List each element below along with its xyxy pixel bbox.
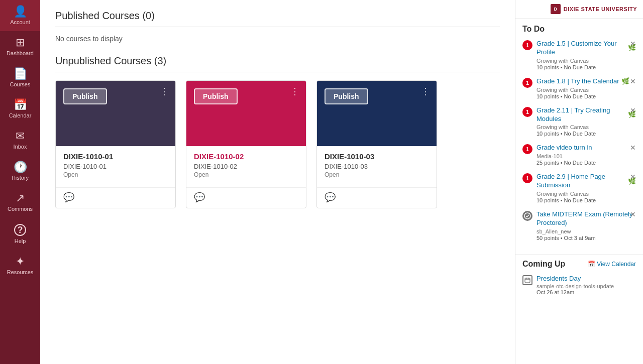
course-card-header-1: Publish ⋮	[56, 81, 175, 146]
course-status-2: Open	[194, 171, 298, 178]
card-menu-button-3[interactable]: ⋮	[421, 87, 431, 96]
sidebar-item-resources[interactable]: ✦ Resources	[0, 250, 40, 281]
event-meta-1: sample-otc-design-tools-update	[537, 283, 614, 289]
university-header: D DIXIE STATE UNIVERSITY	[515, 0, 643, 19]
todo-title-5[interactable]: Grade 2.9 | Home Page Submission 🌿	[537, 173, 636, 190]
courses-icon: 📄	[14, 68, 27, 79]
event-title-1[interactable]: Presidents Day	[537, 275, 614, 282]
svg-rect-1	[525, 278, 530, 283]
todo-item-4: 1 Grade video turn in Media-101 25 point…	[522, 144, 636, 166]
calendar-small-icon: 📅	[588, 261, 595, 268]
todo-content-5: Grade 2.9 | Home Page Submission 🌿 Growi…	[537, 173, 636, 203]
exam-icon	[524, 212, 531, 219]
sidebar-item-label: Courses	[10, 81, 31, 87]
todo-close-2[interactable]: ✕	[630, 77, 636, 85]
unpublished-courses-title: Unpublished Courses (3)	[55, 55, 500, 72]
main-content: Published Courses (0) No courses to disp…	[40, 0, 515, 364]
view-calendar-link[interactable]: 📅 View Calendar	[588, 261, 636, 268]
todo-badge-3: 1	[522, 107, 532, 117]
event-content-1: Presidents Day sample-otc-design-tools-u…	[537, 275, 614, 295]
course-card-body-3: DIXIE-1010-03 DIXIE-1010-03 Open	[317, 146, 437, 187]
todo-meta-2: Growing with Canvas	[537, 87, 636, 93]
todo-content-3: Grade 2.11 | Try Creating Modules 🌿 Grow…	[537, 106, 636, 137]
course-card-header-2: Publish ⋮	[186, 81, 306, 146]
course-card-header-3: Publish ⋮	[317, 81, 437, 146]
todo-title-2[interactable]: Grade 1.8 | Try the Calendar 🌿	[537, 77, 636, 86]
todo-title-6[interactable]: Take MIDTERM Exam (Remotely Proctored)	[537, 210, 636, 227]
todo-meta-3: Growing with Canvas	[537, 124, 636, 130]
todo-item-1: 1 Grade 1.5 | Customize Your Profile 🌿 G…	[522, 40, 636, 70]
sidebar: 👤 Account ⊞ Dashboard 📄 Courses 📅 Calend…	[0, 0, 40, 364]
sidebar-item-account[interactable]: 👤 Account	[0, 0, 40, 31]
course-name-2: DIXIE-1010-02	[194, 152, 298, 161]
todo-close-5[interactable]: ✕	[630, 173, 636, 181]
card-menu-button-2[interactable]: ⋮	[290, 87, 300, 96]
todo-content-4: Grade video turn in Media-101 25 points …	[537, 144, 636, 166]
course-name-3: DIXIE-1010-03	[325, 152, 429, 161]
commons-icon: ↗	[16, 193, 25, 204]
course-card-footer-2: 💬	[186, 187, 306, 208]
sidebar-item-dashboard[interactable]: ⊞ Dashboard	[0, 31, 40, 62]
courses-grid: Publish ⋮ DIXIE-1010-01 DIXIE-1010-01 Op…	[55, 80, 500, 208]
todo-heading: To Do	[522, 25, 636, 34]
todo-close-3[interactable]: ✕	[630, 106, 636, 114]
publish-button-2[interactable]: Publish	[194, 88, 238, 104]
dashboard-icon: ⊞	[16, 37, 25, 48]
todo-close-4[interactable]: ✕	[630, 144, 636, 152]
todo-title-3[interactable]: Grade 2.11 | Try Creating Modules 🌿	[537, 106, 636, 124]
todo-badge-6	[522, 211, 532, 221]
chat-icon-2: 💬	[194, 192, 205, 202]
todo-content-1: Grade 1.5 | Customize Your Profile 🌿 Gro…	[537, 40, 636, 70]
account-icon: 👤	[14, 6, 27, 17]
course-card-footer-1: 💬	[56, 187, 175, 208]
todo-item-5: 1 Grade 2.9 | Home Page Submission 🌿 Gro…	[522, 173, 636, 203]
todo-content-6: Take MIDTERM Exam (Remotely Proctored) s…	[537, 210, 636, 241]
todo-badge-5: 1	[522, 173, 532, 183]
calendar-icon: 📅	[14, 99, 27, 110]
todo-badge-4: 1	[522, 144, 532, 154]
course-name-1: DIXIE-1010-01	[63, 152, 168, 161]
calendar-event-icon	[524, 277, 530, 283]
card-menu-button-1[interactable]: ⋮	[160, 87, 169, 96]
inbox-icon: ✉	[16, 131, 25, 142]
course-card-footer-3: 💬	[317, 187, 437, 208]
sidebar-item-calendar[interactable]: 📅 Calendar	[0, 93, 40, 125]
todo-points-4: 25 points • No Due Date	[537, 160, 636, 166]
leaf-icon-2: 🌿	[621, 77, 629, 86]
sidebar-item-history[interactable]: 🕐 History	[0, 156, 40, 187]
course-card-2: Publish ⋮ DIXIE-1010-02 DIXIE-1010-02 Op…	[186, 80, 306, 208]
resources-icon: ✦	[16, 256, 25, 267]
todo-item-6: Take MIDTERM Exam (Remotely Proctored) s…	[522, 210, 636, 241]
course-code-1: DIXIE-1010-01	[63, 163, 168, 170]
course-code-3: DIXIE-1010-03	[325, 163, 429, 170]
todo-badge-1: 1	[522, 40, 532, 50]
todo-meta-6: sb_Allen_new	[537, 228, 636, 234]
course-card-body-1: DIXIE-1010-01 DIXIE-1010-01 Open	[56, 146, 175, 187]
event-date-1: Oct 26 at 12am	[537, 289, 614, 295]
event-icon-1	[522, 275, 532, 285]
course-card-3: Publish ⋮ DIXIE-1010-03 DIXIE-1010-03 Op…	[316, 80, 437, 208]
coming-up-title: Coming Up	[522, 260, 565, 269]
sidebar-item-inbox[interactable]: ✉ Inbox	[0, 125, 40, 156]
event-item-1: Presidents Day sample-otc-design-tools-u…	[522, 275, 636, 295]
todo-close-6[interactable]: ✕	[630, 210, 636, 218]
publish-button-1[interactable]: Publish	[63, 88, 107, 104]
course-code-2: DIXIE-1010-02	[194, 163, 298, 170]
sidebar-item-help[interactable]: ? Help	[0, 218, 40, 250]
todo-title-1[interactable]: Grade 1.5 | Customize Your Profile 🌿	[537, 40, 636, 57]
university-name: DIXIE STATE UNIVERSITY	[564, 6, 637, 12]
todo-title-4[interactable]: Grade video turn in	[537, 144, 636, 152]
sidebar-item-courses[interactable]: 📄 Courses	[0, 62, 40, 93]
todo-item-2: 1 Grade 1.8 | Try the Calendar 🌿 Growing…	[522, 77, 636, 99]
course-status-3: Open	[325, 171, 429, 178]
publish-button-3[interactable]: Publish	[325, 88, 368, 104]
course-status-1: Open	[63, 171, 168, 178]
chat-icon-1: 💬	[63, 192, 74, 202]
coming-up-section: Coming Up 📅 View Calendar Presidents Day…	[515, 254, 643, 306]
sidebar-item-label: Inbox	[14, 144, 27, 150]
university-logo: D	[551, 4, 561, 14]
sidebar-item-commons[interactable]: ↗ Commons	[0, 187, 40, 218]
todo-meta-4: Media-101	[537, 153, 636, 159]
sidebar-item-label: Resources	[7, 269, 34, 275]
todo-close-1[interactable]: ✕	[630, 40, 636, 48]
